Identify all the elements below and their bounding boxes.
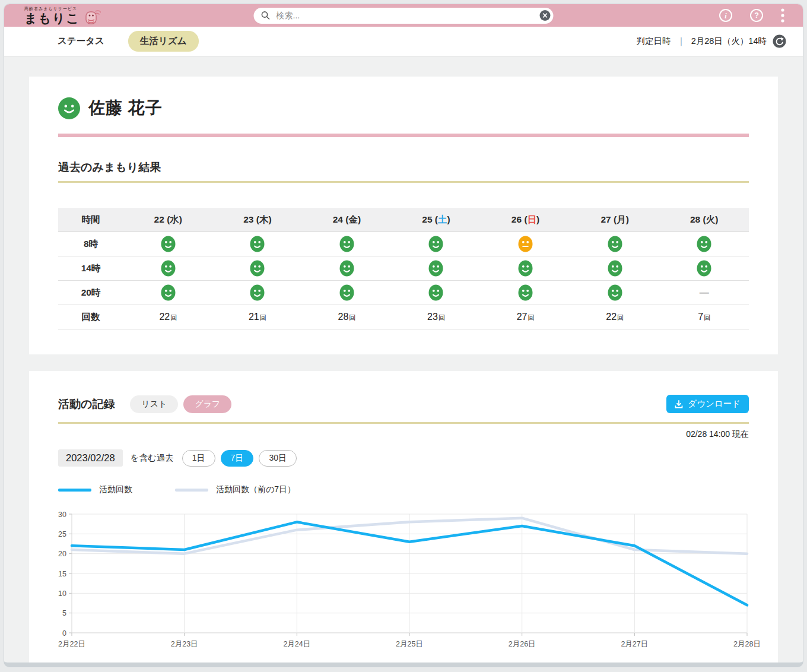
status-ok-icon [608,236,622,252]
day-column-header: 25 (土) [392,214,481,226]
status-cell [123,236,213,252]
status-cell [302,236,392,252]
x-axis-label: 2月22日 [58,640,85,648]
history-title-underline [58,181,749,183]
topbar-icons: i ? [719,8,785,23]
y-axis-label: 5 [62,609,66,617]
status-ok-icon [697,260,711,277]
status-ok-icon [428,284,443,301]
status-cell [302,284,392,301]
menu-button[interactable] [780,8,785,23]
date-suffix-label: を含む過去 [131,452,174,464]
status-ok-icon [250,284,265,301]
download-button[interactable]: ダウンロード [666,395,749,413]
count-cell: 23回 [392,312,481,322]
activity-header: 活動の記録 リストグラフ ダウンロード [58,395,749,413]
status-ok-icon [339,260,354,277]
counts-row: 回数22回21回28回23回27回22回7回 [58,305,749,329]
status-ok-icon [428,260,443,277]
judgement-datetime: 判定日時 ｜ 2月28日（火）14時 [636,34,786,48]
x-axis-label: 2月26日 [509,640,536,648]
time-column-header: 時間 [58,214,123,226]
status-ok-icon [608,260,622,277]
status-ok-icon [339,236,354,252]
date-range-row: 2023/02/28 を含む過去 1日7日30日 [58,449,749,467]
table-row: 20時— [58,281,749,305]
status-cell [481,236,570,252]
refresh-button[interactable] [773,34,786,48]
help-icon: ? [749,8,764,23]
count-value: 21 [249,312,259,322]
weekday-label: 金 [348,214,358,224]
status-cell [659,260,749,277]
date-picker[interactable]: 2023/02/28 [58,449,123,467]
activity-chart-container: 0510152025302月22日2月23日2月24日2月25日2月26日2月2… [58,509,749,649]
range-button-30日[interactable]: 30日 [259,450,297,467]
day-column-header: 22 (水) [123,214,213,226]
x-axis-label: 2月24日 [283,640,310,648]
count-cell: 21回 [213,312,303,322]
status-cell [659,236,749,252]
activity-card: 活動の記録 リストグラフ ダウンロード 02/28 14:00 現在 2023/… [29,371,778,667]
view-graph-button[interactable]: グラフ [183,395,231,413]
main-content: 佐藤 花子 過去のみまもり結果 時間22 (水)23 (木)24 (金)25 (… [4,56,803,667]
download-icon [675,400,683,408]
judgement-value: 2月28日（火）14時 [691,36,767,47]
range-button-1日[interactable]: 1日 [182,450,215,467]
info-icon: i [719,8,733,23]
search-input[interactable] [275,10,540,21]
svg-text:i: i [725,12,727,20]
x-axis-label: 2月23日 [171,640,198,648]
pink-divider [58,134,749,137]
range-button-7日[interactable]: 7日 [221,450,254,467]
weekday-label: 火 [706,214,716,224]
count-value: 22 [159,312,170,322]
legend-line-swatch [175,489,208,492]
info-button[interactable]: i [719,8,733,23]
status-cell [302,260,392,277]
day-column-header: 23 (木) [213,214,303,226]
view-list-button[interactable]: リスト [130,395,178,413]
counts-row-label: 回数 [58,311,123,324]
time-row-label: 8時 [58,238,123,251]
refresh-icon [773,34,786,48]
weekday-label: 日 [528,214,537,224]
count-cell: 28回 [302,312,392,322]
history-section-title: 過去のみまもり結果 [58,160,749,175]
time-row-label: 14時 [58,262,123,275]
weekday-label: 月 [617,214,626,224]
legend-label: 活動回数（前の7日） [216,484,296,495]
topbar: 高齢者みまもりサービス まもりこ [4,4,803,27]
status-cell: — [659,287,749,298]
status-cell [213,236,303,252]
y-axis-label: 15 [58,570,66,578]
close-icon [543,13,548,18]
count-value: 23 [427,312,438,322]
count-unit: 回 [260,314,266,321]
kebab-menu-icon [780,8,785,23]
search-clear-button[interactable] [540,10,551,21]
help-button[interactable]: ? [749,8,764,23]
status-ok-icon [161,260,176,277]
tab-status[interactable]: ステータス [46,31,116,52]
status-ok-icon [428,236,443,252]
status-cell [392,284,481,301]
status-cell [481,260,570,277]
day-column-header: 26 (日) [481,214,570,226]
count-unit: 回 [349,314,355,321]
count-value: 28 [338,312,349,322]
search-icon [261,11,271,20]
status-ok-icon [518,260,533,277]
day-column-header: 24 (金) [302,214,392,226]
status-cell [570,236,660,252]
y-axis-label: 0 [62,629,66,638]
app-window: 高齢者みまもりサービス まもりこ [4,4,803,667]
brand[interactable]: 高齢者みまもりサービス まもりこ [24,7,101,24]
view-toggle: リストグラフ [130,395,231,413]
count-unit: 回 [617,314,624,321]
activity-title-underline [58,422,749,424]
history-card: 佐藤 花子 過去のみまもり結果 時間22 (水)23 (木)24 (金)25 (… [29,77,778,354]
tab-life-rhythm[interactable]: 生活リズム [128,31,199,52]
judgement-label: 判定日時 [636,36,671,47]
history-table: 時間22 (水)23 (木)24 (金)25 (土)26 (日)27 (月)28… [58,208,749,329]
